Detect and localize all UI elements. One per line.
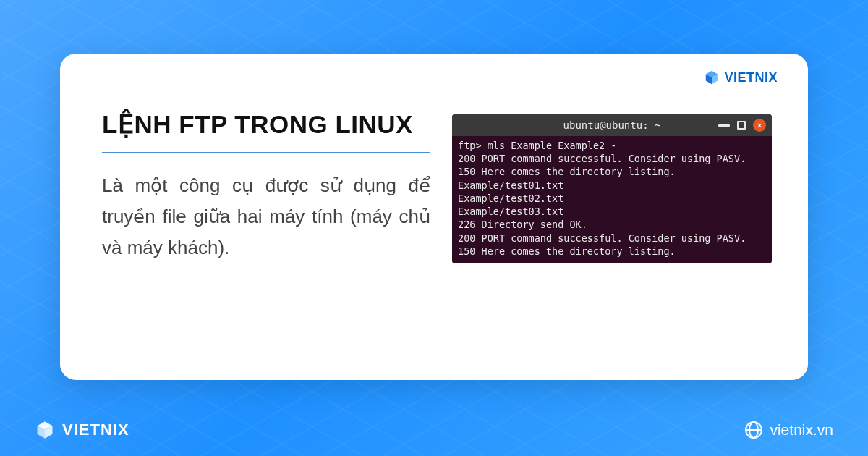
footer-cube-icon bbox=[35, 420, 55, 440]
footer-site-link[interactable]: vietnix.vn bbox=[745, 421, 833, 439]
maximize-icon[interactable] bbox=[737, 121, 746, 130]
terminal-titlebar: ubuntu@ubuntu: ~ ✕ bbox=[452, 114, 772, 136]
terminal-window-controls: ✕ bbox=[718, 119, 766, 132]
card-brand-logo: VIETNIX bbox=[704, 69, 778, 85]
terminal-window: ubuntu@ubuntu: ~ ✕ ftp> mls Example Exam… bbox=[452, 114, 772, 263]
footer-bar: VIETNIX vietnix.vn bbox=[0, 410, 868, 456]
footer-brand-logo: VIETNIX bbox=[35, 420, 129, 440]
terminal-output: ftp> mls Example Example2 - 200 PORT com… bbox=[452, 136, 772, 263]
content-row: LỆNH FTP TRONG LINUX Là một công cụ được… bbox=[102, 110, 772, 263]
footer-brand-text: VIETNIX bbox=[62, 421, 129, 439]
content-card: VIETNIX LỆNH FTP TRONG LINUX Là một công… bbox=[60, 54, 808, 380]
terminal-title: ubuntu@ubuntu: ~ bbox=[563, 119, 661, 131]
globe-icon bbox=[745, 421, 762, 439]
description-text: Là một công cụ được sử dụng để truyền fi… bbox=[102, 170, 430, 263]
title-divider bbox=[102, 152, 430, 153]
page-title: LỆNH FTP TRONG LINUX bbox=[102, 110, 430, 139]
text-column: LỆNH FTP TRONG LINUX Là một công cụ được… bbox=[102, 110, 430, 263]
footer-site-text: vietnix.vn bbox=[770, 421, 833, 439]
minimize-icon[interactable] bbox=[718, 124, 730, 127]
card-brand-text: VIETNIX bbox=[724, 70, 778, 85]
close-icon[interactable]: ✕ bbox=[753, 119, 766, 132]
logo-cube-icon bbox=[704, 69, 720, 85]
